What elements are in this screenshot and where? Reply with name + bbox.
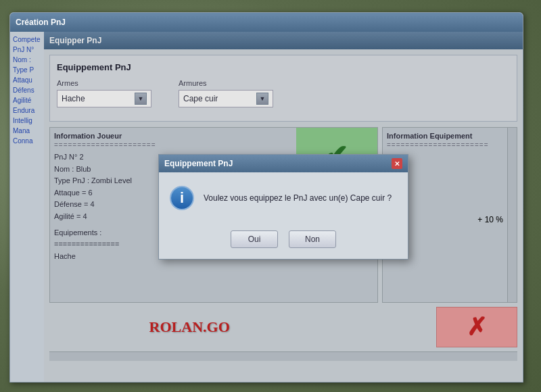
sidebar-item-attaque[interactable]: Attaqu (10, 75, 44, 85)
sidebar-item-intellig[interactable]: Intellig (10, 116, 44, 126)
dialog-overlay: Equippement PnJ ✕ i Voulez vous equippez… (44, 32, 523, 382)
oui-button[interactable]: Oui (231, 230, 278, 248)
inner-window: Equipper PnJ Equippement PnJ Armes Hache… (44, 32, 523, 382)
dialog-info-icon: i (170, 186, 194, 210)
outer-title: Création PnJ (16, 18, 66, 27)
dialog-box: Equippement PnJ ✕ i Voulez vous equippez… (158, 154, 408, 260)
non-button[interactable]: Non (289, 230, 336, 248)
sidebar: Compete PnJ N° Nom : Type P Attaqu Défen… (10, 32, 44, 382)
dialog-title: Equippement PnJ (164, 159, 233, 168)
sidebar-item-mana[interactable]: Mana (10, 126, 44, 136)
outer-window: Création PnJ Compete PnJ N° Nom : Type P… (9, 12, 523, 383)
dialog-body: i Voulez vous equippez le PnJ avec un(e)… (159, 172, 408, 224)
sidebar-item-type[interactable]: Type P (10, 65, 44, 75)
sidebar-item-conna[interactable]: Conna (10, 136, 44, 146)
outer-content: Compete PnJ N° Nom : Type P Attaqu Défen… (10, 32, 523, 382)
dialog-message: Voulez vous equippez le PnJ avec un(e) C… (204, 193, 392, 203)
sidebar-item-pnj-no[interactable]: PnJ N° (10, 45, 44, 55)
background: Création PnJ Compete PnJ N° Nom : Type P… (0, 0, 541, 392)
dialog-titlebar: Equippement PnJ ✕ (159, 155, 408, 172)
sidebar-item-nom[interactable]: Nom : (10, 55, 44, 65)
sidebar-item-agilite[interactable]: Agilité (10, 95, 44, 105)
sidebar-item-compete[interactable]: Compete (10, 34, 44, 45)
sidebar-item-defense[interactable]: Défens (10, 85, 44, 95)
outer-titlebar: Création PnJ (10, 13, 523, 32)
dialog-close-button[interactable]: ✕ (392, 158, 402, 169)
dialog-buttons: Oui Non (159, 224, 408, 259)
sidebar-item-endura[interactable]: Endura (10, 105, 44, 116)
